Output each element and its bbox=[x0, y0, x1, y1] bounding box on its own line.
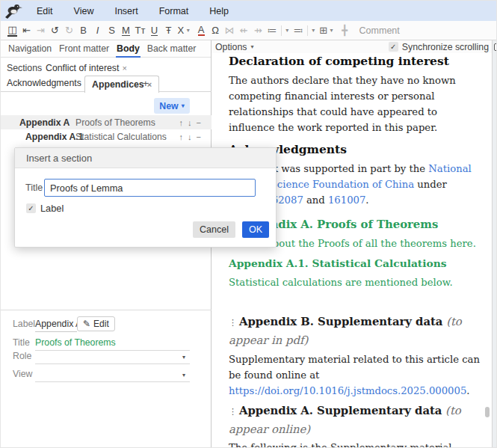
view-dropdown[interactable]: ▾ bbox=[182, 372, 185, 378]
role-field-row: Role ▾ bbox=[1, 351, 212, 364]
pencil-icon: ✎ bbox=[83, 319, 90, 329]
section-chips-row: Acknowledgments× Appendices× + bbox=[1, 76, 212, 92]
label-checkbox-text: Label bbox=[40, 203, 64, 214]
synchronize-scrolling-label: Synchronize scrolling bbox=[402, 42, 489, 52]
underline-icon[interactable]: U bbox=[147, 22, 161, 39]
text-color-icon[interactable]: A bbox=[194, 22, 209, 39]
numbered-list-icon[interactable]: ≕ bbox=[291, 22, 306, 39]
insert-section-dialog: Insert a section Title ✓ Label Cancel OK bbox=[14, 147, 277, 248]
table-caret-icon: ▾ bbox=[327, 22, 336, 39]
title-field-key: Title bbox=[13, 337, 30, 348]
label-field-value: Appendix A bbox=[35, 319, 81, 329]
document-scrollbar-thumb[interactable] bbox=[485, 407, 490, 417]
heading-competing-interest: Declaration of competing interest bbox=[229, 54, 484, 68]
label-checkbox[interactable]: ✓ bbox=[26, 203, 36, 213]
jump-next-icon: ⇥ bbox=[34, 22, 48, 39]
tab-body[interactable]: Body bbox=[113, 40, 143, 58]
move-down-icon[interactable]: ↓ bbox=[188, 118, 192, 127]
numbered-list-caret-icon[interactable]: ▾ bbox=[309, 22, 318, 39]
link-grant-161007[interactable]: 161007 bbox=[328, 194, 365, 206]
paragraph-appendix-a1-statistical: Statistical calculations are mentioned b… bbox=[229, 274, 484, 290]
collapsed-panel-icon bbox=[494, 43, 497, 51]
collapsed-side-panel[interactable] bbox=[492, 40, 497, 448]
section-chip-conflict-of-interest[interactable]: Conflict of interest× bbox=[46, 63, 127, 73]
special-character-icon[interactable]: Ω bbox=[209, 22, 223, 39]
link-doi[interactable]: https://doi.org/10.1016/j.jstmdocs.2025.… bbox=[229, 385, 466, 396]
panel-divider bbox=[1, 310, 212, 310]
remove-icon[interactable]: − bbox=[197, 132, 201, 141]
move-up-icon[interactable]: ↑ bbox=[179, 118, 184, 127]
heading-appendix-a1-statistical: Appendix A.1. Statistical Calculations bbox=[229, 257, 484, 269]
table-icon[interactable]: ⊞▾ bbox=[318, 22, 338, 39]
italic-icon[interactable]: I bbox=[90, 22, 105, 39]
document-preview[interactable]: Declaration of competing interest The au… bbox=[212, 53, 485, 448]
menu-edit[interactable]: Edit bbox=[26, 1, 64, 21]
synchronize-scrolling-checkbox[interactable]: ✓ bbox=[389, 42, 398, 52]
overline-icon[interactable]: Ŧ bbox=[161, 22, 176, 39]
paragraph-appendix-a-supplementary: The following is the Supplementary mater… bbox=[229, 440, 484, 448]
role-dropdown[interactable]: ▾ bbox=[182, 354, 185, 360]
toolbar-divider bbox=[281, 25, 282, 36]
tab-front-matter[interactable]: Front matter bbox=[55, 40, 113, 58]
toolbar: ◫ ⇤ ⇥ ↺ ↻ B I S M Tᴛ U Ŧ X▾ A Ω ⋈ ⇷ ⇸ ≔ … bbox=[1, 21, 497, 40]
bold-icon[interactable]: B bbox=[76, 22, 90, 39]
view-field-row: View ▾ bbox=[1, 369, 212, 382]
title-field-row: Title Proofs of Theorems bbox=[1, 337, 212, 351]
menu-view[interactable]: View bbox=[64, 1, 105, 21]
bullet-list-icon[interactable]: ≔ bbox=[265, 22, 280, 39]
remove-icon[interactable]: − bbox=[197, 118, 201, 127]
role-field-key: Role bbox=[13, 351, 31, 361]
subscript-icon[interactable]: X▾ bbox=[176, 22, 194, 39]
preview-header: Options ▾ ✓ Synchronize scrolling bbox=[212, 40, 492, 53]
app-window: Edit View Insert Format Help ◫ ⇤ ⇥ ↺ ↻ B… bbox=[0, 0, 497, 448]
section-title-input[interactable] bbox=[44, 179, 256, 197]
section-chip-acknowledgments[interactable]: Acknowledgments× bbox=[7, 78, 89, 88]
outdent-icon: ⇷ bbox=[237, 22, 251, 39]
heading-appendix-a-supplementary: ⋮Appendix A. Supplementary data (to appe… bbox=[229, 402, 484, 438]
move-icon: ╋ bbox=[338, 22, 352, 39]
drag-handle-icon[interactable]: ⋮ bbox=[229, 407, 237, 417]
dialog-buttons: Cancel OK bbox=[193, 221, 269, 238]
bird-icon bbox=[3, 2, 24, 20]
jump-previous-icon[interactable]: ⇤ bbox=[19, 22, 34, 39]
add-section-chip-button[interactable]: + bbox=[143, 78, 149, 89]
undo-icon[interactable]: ↺ bbox=[48, 22, 62, 39]
app-logo-bird-icon[interactable] bbox=[1, 1, 26, 21]
paragraph-competing-interest: The authors declare that they have no kn… bbox=[229, 73, 484, 135]
ok-button[interactable]: OK bbox=[242, 221, 269, 238]
layout-icon[interactable]: ◫ bbox=[5, 22, 19, 39]
view-field-key: View bbox=[13, 369, 32, 379]
cancel-button[interactable]: Cancel bbox=[193, 221, 235, 238]
dialog-title-field-row: Title bbox=[15, 179, 276, 197]
outline-row-appendix-a[interactable]: Appendix A Proofs of Theorems ↑ ↓ − bbox=[1, 115, 212, 129]
outline-row-appendix-a1[interactable]: Appendix A.1 Statistical Calculations ↑ … bbox=[1, 129, 212, 144]
tab-navigation[interactable]: Navigation bbox=[4, 40, 55, 58]
dialog-label-checkbox-row: ✓ Label bbox=[26, 203, 64, 214]
chevron-down-icon: ▾ bbox=[182, 102, 185, 109]
tab-back-matter[interactable]: Back matter bbox=[143, 40, 200, 58]
menu-format[interactable]: Format bbox=[149, 1, 200, 21]
redo-icon: ↻ bbox=[62, 22, 76, 39]
strikethrough-icon[interactable]: S bbox=[105, 22, 119, 39]
menu-insert[interactable]: Insert bbox=[104, 1, 148, 21]
edit-label-button[interactable]: ✎ Edit bbox=[77, 316, 115, 331]
menu-help[interactable]: Help bbox=[199, 1, 239, 21]
toolbar-divider bbox=[307, 25, 308, 36]
chevron-down-icon: ▾ bbox=[250, 43, 253, 50]
options-button[interactable]: Options ▾ bbox=[215, 42, 253, 52]
close-icon[interactable]: × bbox=[122, 64, 126, 73]
synchronize-scrolling-control: ✓ Synchronize scrolling bbox=[389, 42, 489, 52]
label-field-key: Label bbox=[13, 319, 35, 329]
drag-handle-icon[interactable]: ⋮ bbox=[229, 318, 237, 328]
sections-label: Sections bbox=[7, 63, 42, 73]
move-down-icon[interactable]: ↓ bbox=[188, 132, 192, 141]
bullet-list-caret-icon[interactable]: ▾ bbox=[283, 22, 291, 39]
dialog-title-field-label: Title bbox=[25, 182, 43, 193]
comment-button[interactable]: Comment bbox=[359, 25, 400, 36]
new-button[interactable]: New ▾ bbox=[154, 98, 190, 114]
small-caps-icon[interactable]: Tᴛ bbox=[133, 22, 147, 39]
monospace-icon[interactable]: M bbox=[119, 22, 133, 39]
title-field-value[interactable]: Proofs of Theorems bbox=[35, 337, 116, 348]
move-up-icon[interactable]: ↑ bbox=[179, 132, 184, 141]
panel-tabs: Navigation Front matter Body Back matter bbox=[1, 40, 211, 58]
